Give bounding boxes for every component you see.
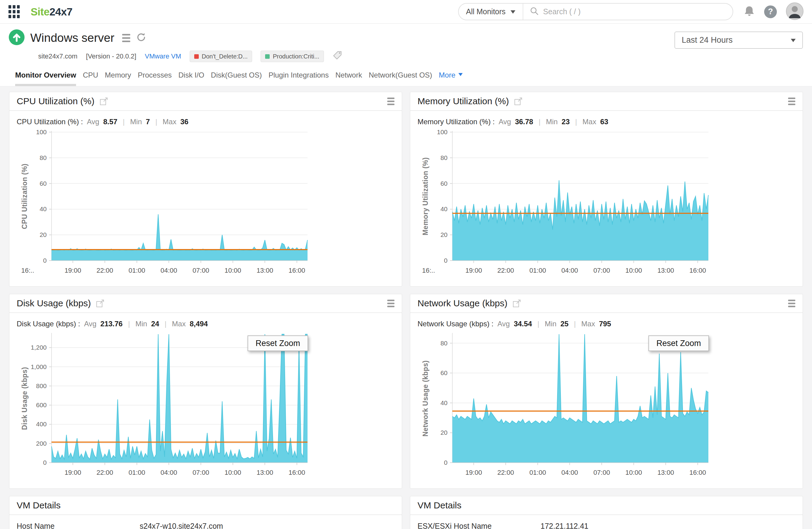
svg-text:04:00: 04:00 (161, 469, 177, 476)
tag-production-critical[interactable]: Production:Criti... (261, 50, 323, 62)
monitor-title: Windows server (30, 31, 114, 45)
notifications-bell-icon[interactable] (743, 5, 755, 18)
svg-text:16:00: 16:00 (689, 469, 706, 476)
svg-text:19:00: 19:00 (64, 469, 81, 476)
apps-grid-icon[interactable] (9, 5, 20, 18)
vm-detail-label: ESX/ESXi Host Name (418, 522, 540, 529)
tag-icon[interactable] (332, 50, 343, 62)
user-avatar[interactable] (786, 2, 803, 21)
network-usage-chart[interactable]: 02040608019:0022:0001:0004:0007:0010:001… (418, 329, 795, 487)
svg-text:60: 60 (440, 180, 448, 187)
site24x7-logo[interactable]: Site24x7 (31, 6, 72, 18)
tab-label: Plugin Integrations (269, 71, 329, 79)
monitor-scope-label: All Monitors (466, 7, 506, 16)
tab-label: CPU (83, 71, 98, 79)
expand-chart-icon[interactable] (514, 97, 523, 106)
svg-text:0: 0 (43, 257, 47, 264)
cpu-utilization-chart[interactable]: 02040608010019:0022:0001:0004:0007:0010:… (17, 127, 394, 285)
tab-disk-i-o[interactable]: Disk I/O (178, 71, 204, 86)
tab-label: Disk(Guest OS) (211, 71, 262, 79)
tag-dont-delete[interactable]: Don't_Delete:D... (190, 50, 252, 62)
svg-text:10:00: 10:00 (625, 267, 642, 274)
tag-color-swatch (265, 54, 270, 59)
svg-text:04:00: 04:00 (562, 267, 578, 274)
chart-stats: Memory Utilization (%) : Avg36.78 | Min2… (418, 118, 795, 126)
monitor-tabs: Monitor OverviewCPUMemoryProcessesDisk I… (0, 62, 812, 86)
svg-text:19:00: 19:00 (465, 267, 482, 274)
svg-text:10:00: 10:00 (625, 469, 642, 476)
svg-text:1,000: 1,000 (31, 363, 47, 370)
time-range-dropdown[interactable]: Last 24 Hours (675, 31, 803, 49)
tag-color-swatch (194, 54, 199, 59)
max-value: 36 (180, 118, 188, 126)
vm-detail-value: 172.21.112.41 (540, 522, 589, 529)
svg-text:10:00: 10:00 (224, 469, 241, 476)
tab-network-guest-os[interactable]: Network(Guest OS) (369, 71, 432, 86)
svg-text:0: 0 (444, 459, 448, 466)
reset-zoom-button[interactable]: Reset Zoom (248, 335, 308, 351)
svg-text:600: 600 (36, 401, 47, 408)
monitor-scope-dropdown[interactable]: All Monitors (459, 4, 523, 20)
svg-text:07:00: 07:00 (192, 469, 209, 476)
panel-title: VM Details (17, 500, 61, 511)
svg-text:22:00: 22:00 (497, 267, 514, 274)
vm-detail-value: s24x7-w10.site24x7.com (140, 522, 223, 529)
network-usage-panel: Network Usage (kbps) Network Usage (kbps… (410, 294, 803, 489)
memory-utilization-chart[interactable]: 02040608010019:0022:0001:0004:0007:0010:… (418, 127, 795, 285)
help-icon[interactable]: ? (764, 5, 777, 18)
tab-label: Processes (138, 71, 172, 79)
expand-chart-icon[interactable] (99, 97, 108, 106)
logo-text-dark: 24x7 (49, 6, 72, 18)
svg-text:16:00: 16:00 (288, 267, 305, 274)
avg-value: 34.54 (514, 320, 532, 328)
svg-text:19:00: 19:00 (64, 267, 81, 274)
tab-label: Memory (105, 71, 131, 79)
panel-title: VM Details (418, 500, 462, 511)
svg-text:800: 800 (36, 382, 47, 389)
svg-text:200: 200 (36, 440, 47, 447)
tab-network[interactable]: Network (335, 71, 362, 86)
svg-text:400: 400 (36, 421, 47, 427)
svg-text:13:00: 13:00 (257, 267, 273, 274)
avg-value: 8.57 (103, 118, 118, 126)
tab-plugin-integrations[interactable]: Plugin Integrations (269, 71, 329, 86)
svg-text:Network Usage (kbps): Network Usage (kbps) (421, 360, 429, 437)
tab-disk-guest-os[interactable]: Disk(Guest OS) (211, 71, 262, 86)
expand-chart-icon[interactable] (512, 299, 521, 308)
svg-text:01:00: 01:00 (129, 469, 145, 476)
panel-menu-icon[interactable] (788, 98, 795, 105)
tab-more[interactable]: More (439, 71, 463, 86)
svg-text:16:00: 16:00 (689, 267, 706, 274)
svg-text:01:00: 01:00 (529, 267, 546, 274)
panel-menu-icon[interactable] (387, 300, 394, 307)
refresh-icon[interactable] (136, 32, 147, 44)
tab-label: Monitor Overview (15, 71, 76, 79)
svg-text:22:00: 22:00 (497, 469, 514, 476)
tab-processes[interactable]: Processes (138, 71, 172, 86)
search-input[interactable] (543, 4, 733, 20)
min-value: 7 (146, 118, 150, 126)
panel-menu-icon[interactable] (387, 98, 394, 105)
svg-text:100: 100 (36, 129, 47, 135)
svg-text:20: 20 (440, 429, 448, 436)
panel-title: Memory Utilization (%) (418, 96, 509, 106)
svg-text:80: 80 (40, 154, 47, 161)
disk-usage-chart[interactable]: 02004006008001,0001,20019:0022:0001:0004… (17, 329, 394, 487)
monitor-type-link[interactable]: VMware VM (145, 53, 181, 60)
svg-text:04:00: 04:00 (562, 469, 578, 476)
panel-menu-icon[interactable] (788, 300, 795, 307)
svg-text:CPU Utilization (%): CPU Utilization (%) (20, 164, 28, 229)
chevron-down-icon (791, 39, 796, 45)
global-search-container: All Monitors (458, 3, 733, 20)
reset-zoom-button[interactable]: Reset Zoom (648, 335, 709, 351)
status-up-icon (9, 29, 25, 47)
min-value: 23 (562, 118, 570, 126)
tab-cpu[interactable]: CPU (83, 71, 98, 86)
expand-chart-icon[interactable] (96, 299, 105, 308)
svg-text:60: 60 (40, 180, 47, 187)
monitor-actions-menu-icon[interactable] (122, 34, 130, 42)
svg-text:07:00: 07:00 (593, 267, 610, 274)
tab-monitor-overview[interactable]: Monitor Overview (15, 71, 76, 86)
panel-title: Disk Usage (kbps) (17, 298, 91, 308)
tab-memory[interactable]: Memory (105, 71, 131, 86)
